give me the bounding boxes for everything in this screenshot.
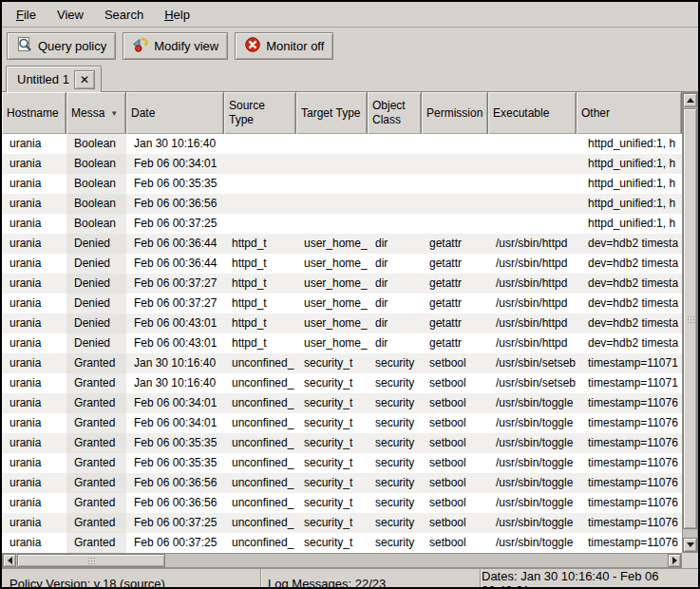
- table-row[interactable]: uraniaBooleanJan 30 10:16:40httpd_unifie…: [2, 134, 682, 154]
- menu-view[interactable]: View: [47, 4, 94, 26]
- table-row[interactable]: uraniaBooleanFeb 06 00:37:25httpd_unifie…: [2, 214, 682, 234]
- table-row[interactable]: uraniaBooleanFeb 06 00:34:01httpd_unifie…: [2, 154, 682, 174]
- cell: /usr/sbin/httpd: [488, 314, 577, 333]
- cell: /usr/sbin/toggle: [488, 433, 577, 453]
- column-header-executable[interactable]: Executable: [488, 92, 577, 134]
- cell: [488, 194, 577, 214]
- cell: urania: [2, 254, 66, 274]
- table-row[interactable]: uraniaGrantedFeb 06 00:36:56unconfined_s…: [2, 493, 682, 513]
- thumb-grip: [687, 315, 694, 323]
- scroll-right-button[interactable]: [668, 554, 681, 567]
- cell: unconfined_: [224, 413, 296, 433]
- menu-bar: File View Search Help: [2, 2, 698, 28]
- scroll-left-button[interactable]: [3, 554, 16, 567]
- status-bar: Policy Version: v.18 (source) Log Messag…: [2, 568, 698, 589]
- cell: Granted: [66, 373, 126, 393]
- menu-file[interactable]: File: [6, 4, 47, 26]
- vertical-scrollbar[interactable]: [682, 92, 698, 553]
- monitor-off-button[interactable]: Monitor off: [235, 32, 333, 60]
- table-row[interactable]: uraniaDeniedFeb 06 00:43:01httpd_tuser_h…: [2, 333, 682, 353]
- cell: dir: [368, 314, 422, 333]
- menu-help[interactable]: Help: [154, 4, 200, 26]
- table-row[interactable]: uraniaGrantedFeb 06 00:36:56unconfined_s…: [2, 473, 682, 493]
- column-header-source-type[interactable]: Source Type: [224, 92, 296, 134]
- table-row[interactable]: uraniaDeniedFeb 06 00:37:27httpd_tuser_h…: [2, 294, 682, 314]
- cell: dev=hdb2 timesta: [577, 234, 682, 254]
- cell: security: [368, 473, 422, 493]
- cell: urania: [2, 433, 66, 453]
- column-header-hostname[interactable]: Hostname: [2, 92, 66, 134]
- table-row[interactable]: uraniaGrantedFeb 06 00:34:01unconfined_s…: [2, 413, 682, 433]
- table-row[interactable]: uraniaDeniedFeb 06 00:43:01httpd_tuser_h…: [2, 314, 682, 333]
- table-row[interactable]: uraniaGrantedJan 30 10:16:40unconfined_s…: [2, 373, 682, 393]
- cell: getattr: [422, 314, 488, 333]
- cell: Feb 06 00:35:35: [126, 433, 224, 453]
- cell: timestamp=11071: [577, 353, 682, 373]
- cell: /usr/sbin/toggle: [488, 513, 577, 533]
- cell: /usr/sbin/toggle: [488, 473, 577, 493]
- cell: Feb 06 00:37:27: [126, 294, 224, 314]
- tab-untitled-1[interactable]: Untitled 1 ✕: [6, 66, 102, 92]
- cell: getattr: [422, 333, 488, 353]
- table-row[interactable]: uraniaDeniedFeb 06 00:36:44httpd_tuser_h…: [2, 254, 682, 274]
- cell: timestamp=11076: [577, 433, 682, 453]
- scroll-down-button[interactable]: [683, 538, 697, 552]
- cell: timestamp=11076: [577, 533, 682, 553]
- cell: user_home_: [296, 254, 368, 274]
- table-row[interactable]: uraniaGrantedFeb 06 00:37:25unconfined_s…: [2, 533, 682, 553]
- table-row[interactable]: uraniaGrantedFeb 06 00:35:35unconfined_s…: [2, 433, 682, 453]
- cell: [368, 194, 422, 214]
- table-row[interactable]: uraniaGrantedFeb 06 00:35:35unconfined_s…: [2, 453, 682, 473]
- scroll-up-button[interactable]: [683, 93, 697, 107]
- cell: urania: [2, 333, 66, 353]
- column-header-permission[interactable]: Permission: [422, 92, 488, 134]
- cell: urania: [2, 294, 66, 314]
- cell: setbool: [422, 393, 488, 413]
- cell: /usr/sbin/httpd: [488, 294, 577, 314]
- column-header-object-class[interactable]: Object Class: [368, 92, 422, 134]
- column-header-other[interactable]: Other: [577, 92, 682, 134]
- table-row[interactable]: uraniaGrantedJan 30 10:16:40unconfined_s…: [2, 353, 682, 373]
- cell: [296, 134, 368, 154]
- tab-bar: Untitled 1 ✕: [2, 64, 698, 91]
- query-policy-button[interactable]: Query policy: [7, 32, 116, 60]
- table-row[interactable]: uraniaGrantedFeb 06 00:37:25unconfined_s…: [2, 513, 682, 533]
- table-row[interactable]: uraniaGrantedFeb 06 00:34:01unconfined_s…: [2, 393, 682, 413]
- cell: Denied: [66, 294, 126, 314]
- cell: setbool: [422, 513, 488, 533]
- table-row[interactable]: uraniaBooleanFeb 06 00:35:35httpd_unifie…: [2, 174, 682, 194]
- cell: [488, 154, 577, 174]
- seaudit-window: File View Search Help Query policy: [0, 0, 700, 589]
- cell: Jan 30 10:16:40: [126, 353, 224, 373]
- cell: [296, 174, 368, 194]
- cell: dir: [368, 333, 422, 353]
- cell: security: [368, 453, 422, 473]
- cell: httpd_unified:1, h: [577, 214, 682, 234]
- cell: Granted: [66, 453, 126, 473]
- cell: security: [368, 413, 422, 433]
- horizontal-scrollbar-thumb[interactable]: [17, 554, 165, 567]
- cell: Granted: [66, 473, 126, 493]
- vertical-scrollbar-thumb[interactable]: [683, 108, 697, 529]
- menu-search[interactable]: Search: [94, 4, 154, 26]
- column-header-date[interactable]: Date: [126, 92, 224, 134]
- table-row[interactable]: uraniaBooleanFeb 06 00:36:56httpd_unifie…: [2, 194, 682, 214]
- tab-close-button[interactable]: ✕: [74, 70, 95, 89]
- table-row[interactable]: uraniaDeniedFeb 06 00:37:27httpd_tuser_h…: [2, 274, 682, 294]
- table-body: uraniaBooleanJan 30 10:16:40httpd_unifie…: [2, 134, 682, 553]
- cell: /usr/sbin/toggle: [488, 393, 577, 413]
- modify-view-button[interactable]: Modify view: [123, 32, 228, 60]
- cell: Feb 06 00:37:25: [126, 513, 224, 533]
- cell: Boolean: [66, 194, 126, 214]
- column-header-target-type[interactable]: Target Type: [296, 92, 368, 134]
- cell: Denied: [66, 274, 126, 294]
- table-row[interactable]: uraniaDeniedFeb 06 00:36:44httpd_tuser_h…: [2, 234, 682, 254]
- cell: Jan 30 10:16:40: [126, 134, 224, 154]
- horizontal-scrollbar[interactable]: [2, 553, 682, 568]
- cell: [224, 174, 296, 194]
- cell: dev=hdb2 timesta: [577, 314, 682, 333]
- column-header-messa[interactable]: Messa▼: [66, 92, 126, 134]
- cell: Feb 06 00:36:56: [126, 493, 224, 513]
- cell: httpd_unified:1, h: [577, 134, 682, 154]
- cell: [488, 214, 577, 234]
